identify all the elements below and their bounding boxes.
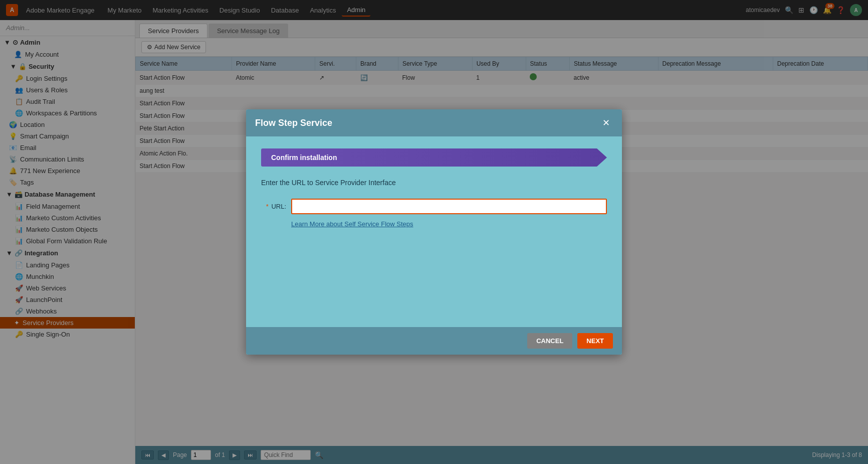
next-button[interactable]: NEXT (577, 333, 613, 349)
modal-close-button[interactable]: ✕ (599, 116, 613, 129)
modal-header: Flow Step Service ✕ (246, 109, 622, 136)
url-form-row: * URL: (261, 199, 607, 214)
modal-footer: CANCEL NEXT (246, 327, 622, 355)
step-indicator: Confirm installation (261, 148, 607, 167)
modal-body: Confirm installation Enter the URL to Se… (246, 136, 622, 327)
learn-more-link[interactable]: Learn More about Self Service Flow Steps (261, 220, 413, 228)
url-label: * URL: (261, 203, 286, 210)
url-input[interactable] (291, 199, 607, 214)
modal-dialog: Flow Step Service ✕ Confirm installation… (246, 109, 622, 355)
required-star: * (266, 203, 269, 210)
step-label: Confirm installation (271, 153, 337, 162)
modal-overlay: Flow Step Service ✕ Confirm installation… (0, 0, 868, 464)
learn-more-row: Learn More about Self Service Flow Steps (261, 220, 607, 228)
modal-title: Flow Step Service (255, 118, 332, 128)
cancel-button[interactable]: CANCEL (527, 333, 572, 349)
modal-instruction: Enter the URL to Service Provider Interf… (261, 179, 607, 187)
